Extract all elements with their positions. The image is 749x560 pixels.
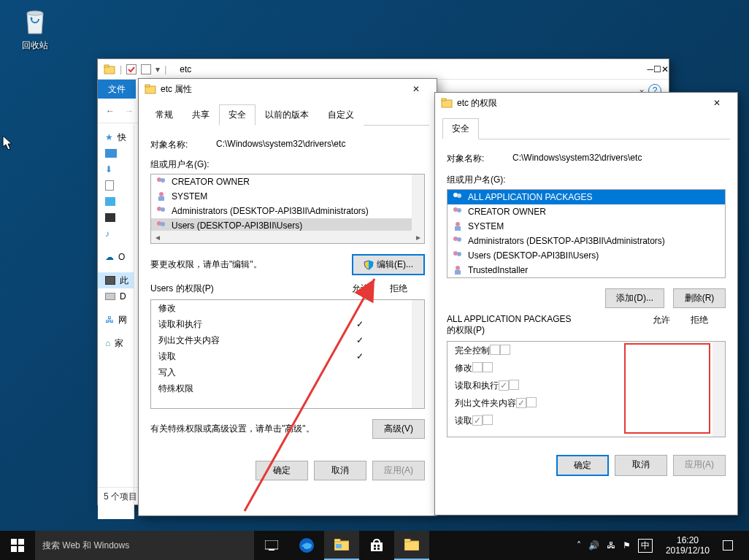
permissions-dialog: etc 的权限 ✕ 安全 对象名称: C:\Windows\system32\d… bbox=[434, 92, 738, 515]
sidebar-downloads[interactable]: ⬇ bbox=[98, 161, 134, 177]
users-icon bbox=[155, 220, 167, 231]
cancel-button[interactable]: 取消 bbox=[615, 455, 667, 476]
allow-col-header: 允许 bbox=[342, 283, 380, 295]
svg-point-19 bbox=[453, 207, 458, 212]
user-icon bbox=[155, 191, 167, 202]
taskbar-folder[interactable] bbox=[394, 531, 429, 560]
svg-rect-10 bbox=[158, 196, 164, 201]
deny-checkbox[interactable] bbox=[526, 397, 537, 407]
sidebar-quick-access[interactable]: ★快 bbox=[98, 129, 134, 145]
allow-checkbox[interactable]: ✓ bbox=[516, 398, 526, 408]
edge-icon bbox=[299, 537, 315, 553]
sidebar-desktop[interactable] bbox=[98, 145, 134, 161]
start-button[interactable] bbox=[0, 531, 35, 560]
object-name-label: 对象名称: bbox=[447, 153, 512, 165]
allow-checkbox[interactable] bbox=[490, 345, 500, 355]
svg-point-20 bbox=[457, 208, 461, 212]
maximize-button[interactable]: ☐ bbox=[653, 64, 661, 74]
scrollbar-vertical[interactable] bbox=[412, 174, 424, 231]
sidebar-documents[interactable] bbox=[98, 177, 134, 193]
svg-rect-16 bbox=[442, 99, 446, 101]
svg-rect-32 bbox=[11, 546, 17, 552]
svg-point-23 bbox=[453, 237, 458, 241]
svg-rect-39 bbox=[336, 544, 342, 548]
network-icon[interactable]: 🖧 bbox=[607, 540, 615, 551]
sidebar-network[interactable]: 🖧网 bbox=[98, 312, 134, 328]
task-view-button[interactable] bbox=[254, 531, 289, 560]
tab-previous-versions[interactable]: 以前的版本 bbox=[256, 104, 318, 126]
svg-rect-46 bbox=[404, 539, 410, 542]
tab-security[interactable]: 安全 bbox=[219, 104, 256, 126]
deny-checkbox[interactable] bbox=[483, 415, 493, 425]
perms-title: etc 的权限 bbox=[457, 97, 702, 110]
advanced-hint-label: 有关特殊权限或高级设置，请单击"高级"。 bbox=[150, 423, 372, 435]
sidebar-videos[interactable] bbox=[98, 210, 134, 226]
tab-security[interactable]: 安全 bbox=[442, 118, 479, 139]
sidebar-this-pc[interactable]: 此 bbox=[98, 272, 134, 288]
check-icon bbox=[341, 351, 379, 361]
checkbox-icon[interactable] bbox=[126, 64, 137, 74]
deny-checkbox[interactable] bbox=[500, 345, 510, 355]
flag-icon[interactable]: ⚑ bbox=[623, 540, 631, 551]
props-tabstrip: 常规 共享 安全 以前的版本 自定义 bbox=[146, 104, 429, 126]
taskbar-search-input[interactable]: 搜索 Web 和 Windows bbox=[35, 531, 254, 560]
tab-customize[interactable]: 自定义 bbox=[318, 104, 364, 126]
remove-button[interactable]: 删除(R) bbox=[673, 288, 726, 308]
minimize-button[interactable]: ─ bbox=[647, 64, 653, 74]
apply-button[interactable]: 应用(A) bbox=[372, 461, 425, 480]
forward-button[interactable]: → bbox=[123, 104, 136, 118]
desktop-recycle-bin[interactable]: 回收站 bbox=[13, 6, 57, 52]
allow-checkbox[interactable] bbox=[472, 362, 483, 372]
file-tab[interactable]: 文件 bbox=[98, 80, 136, 99]
cancel-button[interactable]: 取消 bbox=[314, 461, 366, 480]
store-icon bbox=[369, 538, 384, 553]
qat-dropdown-icon[interactable]: ▾ bbox=[155, 64, 160, 74]
user-row: SYSTEM bbox=[151, 189, 424, 204]
ok-button[interactable]: 确定 bbox=[556, 455, 609, 476]
taskbar-clock[interactable]: 16:20 2019/12/10 bbox=[660, 535, 715, 556]
apply-button[interactable]: 应用(A) bbox=[673, 455, 726, 476]
deny-checkbox[interactable] bbox=[483, 362, 493, 372]
sidebar-drive-d[interactable]: D bbox=[98, 288, 134, 304]
dropdown-icon[interactable] bbox=[141, 64, 151, 74]
advanced-button[interactable]: 高级(V) bbox=[372, 419, 425, 439]
sidebar-music[interactable]: ♪ bbox=[98, 226, 134, 242]
perm-for-label: Users 的权限(P) bbox=[150, 283, 342, 295]
props-close-button[interactable]: ✕ bbox=[402, 80, 431, 98]
svg-rect-42 bbox=[377, 545, 380, 547]
tab-general[interactable]: 常规 bbox=[146, 104, 183, 126]
volume-icon[interactable]: 🔊 bbox=[588, 540, 599, 551]
scrollbar-vertical[interactable] bbox=[412, 300, 424, 408]
action-center-icon[interactable] bbox=[723, 540, 733, 551]
taskbar-edge[interactable] bbox=[289, 531, 324, 560]
users-listbox[interactable]: CREATOR OWNER SYSTEM Administrators (DES… bbox=[150, 174, 425, 244]
svg-point-17 bbox=[453, 193, 458, 197]
svg-point-26 bbox=[457, 252, 461, 256]
allow-checkbox[interactable]: ✓ bbox=[499, 380, 509, 391]
users-icon bbox=[155, 176, 167, 188]
svg-rect-35 bbox=[269, 549, 274, 551]
svg-point-24 bbox=[457, 237, 461, 242]
perms-close-button[interactable]: ✕ bbox=[702, 94, 731, 112]
add-button[interactable]: 添加(D)... bbox=[605, 288, 664, 308]
taskbar-explorer[interactable] bbox=[324, 531, 359, 560]
tray-chevron-icon[interactable]: ˄ bbox=[577, 540, 581, 551]
close-button[interactable]: ✕ bbox=[661, 64, 669, 74]
edit-button[interactable]: 编辑(E)... bbox=[352, 254, 425, 275]
deny-checkbox[interactable] bbox=[509, 380, 519, 390]
svg-rect-45 bbox=[404, 541, 419, 551]
tab-share[interactable]: 共享 bbox=[183, 104, 219, 126]
taskbar-store[interactable] bbox=[359, 531, 394, 560]
back-button[interactable]: ← bbox=[104, 104, 117, 118]
scrollbar-vertical[interactable] bbox=[712, 342, 725, 437]
user-row: Users (DESKTOP-API3BII\Users) bbox=[448, 248, 725, 263]
sidebar-pictures[interactable] bbox=[98, 193, 134, 210]
sidebar-onedrive[interactable]: ☁O bbox=[98, 249, 134, 265]
scrollbar-horizontal[interactable]: ◂▸ bbox=[151, 231, 424, 243]
ok-button[interactable]: 确定 bbox=[256, 461, 308, 480]
ime-indicator[interactable]: 中 bbox=[638, 539, 653, 553]
allow-checkbox[interactable]: ✓ bbox=[472, 415, 483, 426]
users-listbox[interactable]: ALL APPLICATION PACKAGES CREATOR OWNER S… bbox=[447, 189, 726, 278]
user-row: SYSTEM bbox=[448, 219, 725, 234]
sidebar-homegroup[interactable]: ⌂家 bbox=[98, 335, 134, 351]
